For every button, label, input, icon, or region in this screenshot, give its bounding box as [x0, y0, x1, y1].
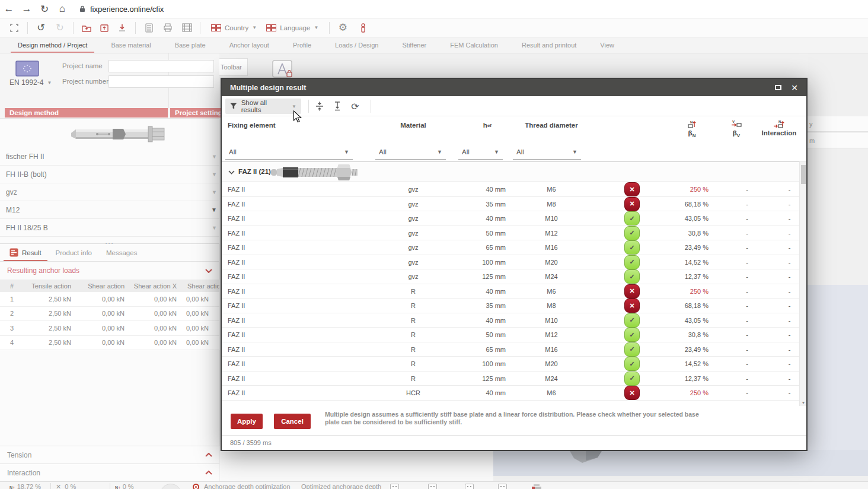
anchor-select-section: fischer FH II ▼ FH II-B (bolt) ▼ gvz ▼ — [0, 118, 219, 244]
anchorage-optimization-icon[interactable] — [193, 484, 199, 489]
cancel-button[interactable]: Cancel — [274, 414, 311, 429]
result-row[interactable]: FAZ II R 35 mm M8 68,18 % - - — [222, 299, 806, 313]
column-filter-dropdown[interactable]: All ▼ — [375, 144, 446, 160]
shear-action-y: 0,00 kN — [181, 292, 219, 306]
url-bar[interactable]: fixperience.online/cfix — [79, 5, 164, 14]
result-row[interactable]: FAZ II R 40 mm M6 250 % - - — [222, 284, 806, 299]
open-project-icon[interactable] — [79, 21, 94, 35]
anchor-dropdown[interactable]: gvz ▼ — [0, 183, 219, 201]
multiple-design-result-dialog: Multiple design result ✕ Show all result… — [221, 78, 808, 451]
browser-home-icon[interactable]: ⌂ — [53, 3, 71, 15]
beta-v-icon: V — [719, 120, 754, 129]
collapsible-section-header[interactable]: Tension — [0, 446, 219, 463]
calculator-icon[interactable] — [142, 21, 156, 35]
result-tab[interactable]: Messages — [99, 244, 144, 261]
result-row[interactable]: FAZ II gvz 40 mm M10 43,05 % - - — [222, 211, 806, 226]
result-row[interactable]: FAZ II gvz 65 mm M16 23,49 % - - — [222, 240, 806, 255]
menu-tab[interactable]: View — [588, 37, 626, 53]
result-tab-bar: Result Product info — [0, 244, 219, 262]
layers-icon[interactable] — [532, 484, 541, 489]
status-icon — [624, 357, 640, 371]
menu-tab[interactable]: Base material — [99, 37, 162, 53]
anchor-dropdown[interactable]: FH II-B (bolt) ▼ — [0, 166, 219, 183]
viewport-3d[interactable] — [493, 450, 868, 476]
column-filter-dropdown[interactable]: All ▼ — [458, 144, 503, 160]
resulting-loads-header[interactable]: Resulting anchor loads — [0, 262, 219, 280]
printer-icon[interactable] — [161, 21, 175, 35]
download-icon[interactable] — [115, 21, 129, 35]
fullscreen-icon[interactable] — [7, 21, 21, 35]
result-row[interactable]: FAZ II R 50 mm M12 30,8 % - - — [222, 328, 806, 342]
result-row[interactable]: FAZ II R 100 mm M20 14,52 % - - — [222, 357, 806, 371]
gear-icon[interactable]: ⚙ — [336, 21, 350, 35]
result-row[interactable]: FAZ II R 40 mm M10 43,05 % - - — [222, 313, 806, 328]
collapse-rows-icon[interactable] — [314, 101, 326, 112]
refresh-icon[interactable]: ⟳ — [349, 101, 361, 112]
panel-toggle-icon[interactable] — [428, 484, 437, 489]
chevron-down-icon[interactable] — [228, 170, 235, 174]
anchor-dropdown-value: gvz — [6, 188, 17, 196]
anchor-lock-icon[interactable] — [356, 21, 370, 35]
result-row[interactable]: FAZ II gvz 35 mm M8 68,18 % - - — [222, 197, 806, 212]
anchor-dropdown[interactable]: fischer FH II ▼ — [0, 148, 219, 166]
scrollbar-thumb[interactable] — [801, 165, 806, 184]
menu-tab[interactable]: Base plate — [163, 37, 218, 53]
country-select[interactable]: Country ▼ — [206, 24, 261, 31]
result-tab[interactable]: Product info — [49, 244, 99, 261]
column-filter-dropdown[interactable]: All ▼ — [513, 144, 581, 160]
undo-icon[interactable]: ↺ — [34, 21, 48, 35]
redo-icon[interactable]: ↻ — [53, 21, 67, 35]
dialog-title-bar[interactable]: Multiple design result ✕ — [222, 79, 806, 96]
apply-button[interactable]: Apply — [231, 414, 263, 429]
language-select[interactable]: Language ▼ — [261, 24, 323, 31]
menu-tab[interactable]: Design method / Project — [6, 37, 99, 53]
menu-tab[interactable]: Stiffener — [390, 37, 438, 53]
project-number-input[interactable] — [108, 75, 214, 88]
interaction-cell: - — [780, 342, 799, 357]
result-row[interactable]: FAZ II gvz 40 mm M6 250 % - - — [222, 182, 806, 197]
menu-tab[interactable]: Profile — [281, 37, 323, 53]
result-row[interactable]: FAZ II R 65 mm M16 23,49 % - - — [222, 342, 806, 357]
project-name-input[interactable] — [108, 60, 214, 72]
chevron-up-icon[interactable] — [205, 453, 212, 457]
close-icon[interactable]: ✕ — [791, 84, 798, 92]
filter-results-dropdown[interactable]: Show all results ▼ — [225, 99, 301, 114]
panel-toggle-icon[interactable] — [390, 484, 399, 489]
result-row[interactable]: FAZ II gvz 50 mm M12 30,8 % - - — [222, 226, 806, 241]
browser-back-icon[interactable]: ← — [0, 3, 18, 15]
hef-cell: 65 mm — [452, 342, 513, 357]
result-row[interactable]: FAZ II HCR 40 mm M6 250 % - - — [222, 386, 806, 401]
menu-tab-label: Stiffener — [402, 42, 426, 49]
menu-tab[interactable]: Anchor layout — [218, 37, 281, 53]
anchor-dropdown[interactable]: M12 ▼ — [0, 201, 219, 219]
result-row[interactable]: FAZ II gvz 125 mm M24 12,37 % - - — [222, 269, 806, 284]
browser-forward-icon[interactable]: → — [18, 3, 36, 15]
design-compass-icon[interactable] — [272, 59, 294, 80]
menu-tab[interactable]: Loads / Design — [323, 37, 390, 53]
scroll-down-icon[interactable]: ▼ — [800, 401, 807, 405]
results-scrollbar[interactable]: ▼ — [799, 161, 806, 406]
results-group-row[interactable]: FAZ II (21) — [222, 161, 806, 182]
status-circle-button[interactable] — [160, 484, 181, 489]
chevron-up-icon[interactable] — [205, 471, 212, 475]
save-project-icon[interactable] — [97, 21, 111, 35]
maximize-icon[interactable] — [775, 85, 781, 90]
panel-toggle-icon[interactable] — [465, 484, 474, 489]
anchor-dropdown[interactable]: FH II 18/25 B ▼ — [0, 219, 219, 237]
menu-tab[interactable]: FEM Calculation — [438, 37, 510, 53]
result-tab[interactable]: Result — [2, 244, 49, 261]
beta-v-cell: - — [714, 284, 780, 299]
menu-tab[interactable]: Result and printout — [510, 37, 588, 53]
report-icon[interactable] — [180, 21, 194, 35]
browser-reload-icon[interactable]: ↻ — [36, 3, 53, 15]
collapsible-section-header[interactable]: Interaction — [0, 463, 219, 481]
viewport-3d[interactable] — [808, 285, 868, 476]
fit-height-icon[interactable] — [331, 101, 343, 112]
panel-toggle-icon[interactable] — [498, 484, 507, 489]
result-row[interactable]: FAZ II R 125 mm M24 12,37 % - - — [222, 371, 806, 386]
design-method-select[interactable]: EN 1992-4 ▼ — [9, 78, 52, 87]
result-row[interactable]: FAZ II gvz 100 mm M20 14,52 % - - — [222, 255, 806, 270]
column-filter-dropdown[interactable]: All ▼ — [225, 144, 353, 160]
chevron-down-icon[interactable] — [205, 269, 212, 273]
column-header-hef: hef — [452, 119, 513, 132]
